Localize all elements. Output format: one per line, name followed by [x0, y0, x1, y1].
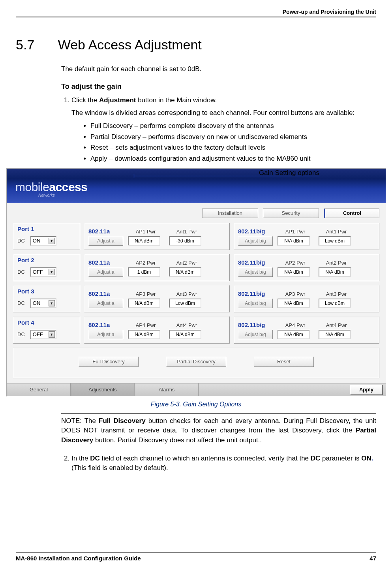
adjust-a-button[interactable]: Adjust a — [88, 267, 123, 277]
port-panel: Port 4 DC OFF ▼ — [13, 316, 80, 344]
dc-value: ON — [33, 238, 41, 244]
ap-bg-value: N/A dBm — [278, 267, 310, 277]
step1-bold: Adjustment — [99, 96, 136, 104]
channel-a-panel: 802.11a Adjust a AP1 Pwr N/A dBm Ant1 Pw… — [84, 223, 230, 250]
s2a: In the — [71, 455, 90, 462]
channel-bg-panel: 802.11b/g Adjust b/g AP4 Pwr N/A dBm Ant… — [234, 316, 379, 344]
top-tabs: Installation Security Control — [7, 203, 386, 221]
chevron-down-icon: ▼ — [49, 300, 55, 306]
port-row: Port 1 DC ON ▼ 802.11a Adjust a AP1 Pwr … — [13, 223, 379, 250]
apply-button[interactable]: Apply — [350, 385, 383, 395]
chevron-down-icon: ▼ — [49, 331, 55, 338]
dc-value: OFF — [33, 269, 43, 275]
bottom-tab-adjustments[interactable]: Adjustments — [71, 383, 135, 396]
chevron-down-icon: ▼ — [49, 238, 55, 244]
ant-bg-label: Ant1 Pwr — [319, 229, 354, 235]
s2c: field of each channel to which an antenn… — [100, 455, 311, 462]
port-title: Port 2 — [17, 257, 76, 263]
banner: mobileaccess Networks — [7, 169, 386, 203]
running-header: Power-up and Provisioning the Unit — [16, 0, 376, 17]
tab-security[interactable]: Security — [263, 209, 319, 218]
ant-a-label: Ant3 Pwr — [169, 291, 204, 297]
port-title: Port 4 — [17, 319, 76, 326]
tab-installation[interactable]: Installation — [202, 209, 258, 218]
channel-bg-panel: 802.11b/g Adjust b/g AP3 Pwr N/A dBm Ant… — [234, 285, 379, 312]
dc-select[interactable]: ON ▼ — [30, 236, 56, 246]
ant-a-label: Ant1 Pwr — [169, 229, 204, 235]
ant-bg-value: Low dBm — [319, 236, 351, 246]
ap-bg-value: N/A dBm — [278, 330, 310, 339]
s2b: DC — [90, 455, 100, 462]
adjust-bg-button[interactable]: Adjust b/g — [238, 267, 273, 277]
figure-caption: Figure 5-3. Gain Setting Options — [16, 401, 376, 408]
port-panel: Port 3 DC ON ▼ — [13, 285, 80, 312]
channel-bg-panel: 802.11b/g Adjust b/g AP2 Pwr N/A dBm Ant… — [234, 254, 379, 281]
ap-a-label: AP3 Pwr — [128, 291, 163, 297]
channel-a-head: 802.11a — [88, 259, 122, 266]
adjust-bg-button[interactable]: Adjust b/g — [238, 236, 273, 246]
partial-discovery-button[interactable]: Partial Discovery — [166, 357, 226, 367]
channel-a-head: 802.11a — [88, 228, 122, 235]
discovery-bar: Full Discovery Partial Discovery Reset — [17, 353, 375, 373]
port-row: Port 4 DC OFF ▼ 802.11a Adjust a AP4 Pwr… — [13, 316, 379, 344]
ant-bg-label: Ant2 Pwr — [319, 260, 354, 266]
section-number: 5.7 — [16, 37, 55, 53]
footer-page: 47 — [369, 555, 376, 562]
bottom-tab-alarms[interactable]: Alarms — [135, 383, 199, 396]
dc-select[interactable]: OFF ▼ — [30, 267, 56, 277]
port-row: Port 2 DC OFF ▼ 802.11a Adjust a AP2 Pwr… — [13, 254, 379, 281]
adjust-bg-button[interactable]: Adjust b/g — [238, 330, 273, 339]
dc-select[interactable]: OFF ▼ — [30, 330, 56, 339]
ant-a-label: Ant2 Pwr — [169, 260, 204, 266]
ant-a-label: Ant4 Pwr — [169, 322, 204, 328]
ap-a-value: N/A dBm — [128, 330, 160, 339]
channel-a-panel: 802.11a Adjust a AP4 Pwr N/A dBm Ant4 Pw… — [84, 316, 230, 344]
bullet-apply: Apply – downloads configuration and adju… — [90, 154, 376, 164]
dc-label: DC — [17, 269, 25, 275]
note-c: button. Partial Discovery does not affec… — [93, 436, 262, 444]
adjust-a-button[interactable]: Adjust a — [88, 299, 123, 308]
dc-select[interactable]: ON ▼ — [30, 299, 56, 308]
tab-control[interactable]: Control — [324, 209, 379, 218]
step1-prefix: Click the — [71, 96, 99, 104]
port-row: Port 3 DC ON ▼ 802.11a Adjust a AP3 Pwr … — [13, 285, 379, 312]
port-panel: Port 1 DC ON ▼ — [13, 223, 80, 250]
s2d: DC — [311, 455, 321, 462]
note-box: NOTE: The Full Discovery button checks f… — [61, 413, 376, 448]
logo: mobileaccess — [15, 180, 87, 194]
adjust-bg-button[interactable]: Adjust b/g — [238, 299, 273, 308]
app-window: Gain Setting options mobileaccess Networ… — [6, 168, 386, 397]
bullet-partial-discovery: Partial Discovery – performs discovery o… — [90, 132, 376, 142]
ant-bg-value: Low dBm — [319, 299, 351, 308]
channel-a-panel: 802.11a Adjust a AP3 Pwr N/A dBm Ant3 Pw… — [84, 285, 230, 312]
channel-a-head: 802.11a — [88, 321, 122, 328]
ant-a-value: N/A dBm — [169, 267, 201, 277]
ap-a-value: N/A dBm — [128, 236, 160, 246]
step1-desc: The window is divided areas correspondin… — [71, 108, 376, 118]
bullet-full-discovery: Full Discovery – performs complete disco… — [90, 121, 376, 131]
ant-bg-label: Ant4 Pwr — [319, 322, 354, 328]
reset-button[interactable]: Reset — [254, 357, 314, 367]
ap-bg-value: N/A dBm — [278, 299, 310, 308]
ap-bg-label: AP3 Pwr — [278, 291, 313, 297]
note-b1: Full Discovery — [99, 417, 146, 425]
chevron-down-icon: ▼ — [49, 269, 55, 275]
ant-bg-label: Ant3 Pwr — [319, 291, 354, 297]
full-discovery-button[interactable]: Full Discovery — [79, 357, 139, 367]
bottom-tab-general[interactable]: General — [7, 383, 71, 396]
dc-value: ON — [33, 300, 41, 306]
ap-a-label: AP1 Pwr — [128, 229, 163, 235]
adjust-a-button[interactable]: Adjust a — [88, 330, 123, 339]
s2e: parameter is — [320, 455, 361, 462]
channel-bg-panel: 802.11b/g Adjust b/g AP1 Pwr N/A dBm Ant… — [234, 223, 379, 250]
ap-a-label: AP4 Pwr — [128, 322, 163, 328]
step-2: In the DC field of each channel to which… — [71, 454, 376, 473]
ap-bg-label: AP2 Pwr — [278, 260, 313, 266]
dc-value: OFF — [33, 331, 43, 337]
ap-a-label: AP2 Pwr — [128, 260, 163, 266]
adjust-a-button[interactable]: Adjust a — [88, 236, 123, 246]
port-title: Port 1 — [17, 225, 76, 232]
ap-bg-value: N/A dBm — [278, 236, 310, 246]
ports-area: Port 1 DC ON ▼ 802.11a Adjust a AP1 Pwr … — [7, 221, 386, 344]
step-1: Click the Adjustment button in the Main … — [71, 96, 376, 164]
